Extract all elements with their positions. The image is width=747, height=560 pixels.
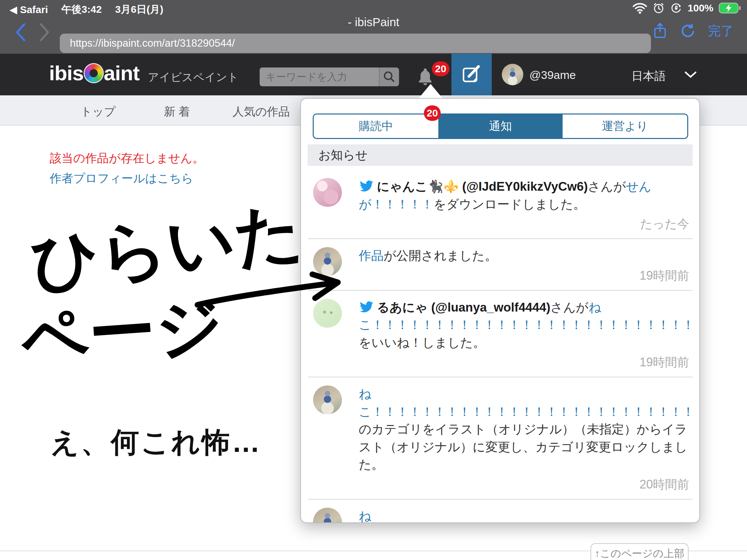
nav-item-top[interactable]: トップ [81, 104, 115, 119]
compose-button[interactable] [452, 54, 492, 95]
site-subtitle: アイビスペイント [148, 70, 238, 85]
battery-percent: 100% [688, 2, 714, 14]
notification-time: 19時間前 [359, 354, 689, 371]
search-bar [260, 68, 399, 86]
avatar[interactable] [313, 299, 342, 328]
site-header: ibis aint アイビスペイント 20 @39ame 日本語 [0, 54, 747, 95]
nav-item-new[interactable]: 新 着 [164, 104, 190, 119]
twitter-icon [359, 300, 374, 314]
clock: 午後3:42 [61, 3, 102, 17]
notification-text: にゃんこ🐈‍⬛⚜️ (@IJdEY0kikzVyCw6)さんがせんが！！！！！を… [359, 178, 689, 213]
user-avatar[interactable] [502, 64, 523, 85]
notification-time: たった今 [359, 216, 689, 232]
annotation-word1: ひらいた [28, 193, 307, 300]
work-link[interactable]: ねこ！！！！！！！！！！！！！！！！！！！！！！！！！！！ [359, 387, 700, 419]
avatar[interactable] [313, 178, 342, 207]
battery-icon [719, 3, 741, 14]
browser-back-button[interactable] [15, 23, 26, 42]
notification-post-text: が公開されました。 [384, 249, 497, 263]
annotation-word2: ページ [18, 288, 226, 376]
avatar[interactable] [313, 385, 342, 414]
notification-pre-text: さんが [550, 300, 589, 314]
back-to-top-button[interactable]: ↑このページの上部へ [591, 543, 689, 560]
notification-post-text: をいいね！しました。 [359, 336, 485, 349]
wifi-icon [633, 2, 647, 14]
username[interactable]: @39ame [529, 69, 576, 82]
notification-time: 19時間前 [359, 268, 689, 284]
safari-chrome: ◀ Safari 午後3:42 3月6日(月) 100% [0, 0, 747, 54]
notification-user: にゃんこ🐈‍⬛⚜️ (@IJdEY0kikzVyCw6) [377, 180, 588, 193]
url-bar[interactable]: https://ibispaint.com/art/318290544/ [60, 33, 651, 53]
reload-button[interactable] [679, 22, 697, 39]
annotation-comment: え、何これ怖… [50, 426, 262, 458]
panel-tabs: 購読中 通知 運営より [313, 113, 688, 139]
notification-count-badge: 20 [432, 61, 449, 76]
language-selector[interactable]: 日本語 [632, 69, 666, 84]
panel-pointer-triangle [419, 84, 442, 98]
orientation-lock-icon [670, 2, 682, 14]
notification-post-text: をダウンロードしました。 [434, 197, 586, 211]
notification-item[interactable]: ねこ！！！！！！！！！！！！！！！！！！！！！！！！！！！ [308, 500, 693, 523]
error-message: 該当の作品が存在しません。 [50, 151, 204, 166]
nav-item-popular[interactable]: 人気の作品 [232, 104, 290, 119]
browser-page-title: - ibisPaint [0, 16, 747, 29]
done-button[interactable]: 完了 [708, 23, 733, 39]
site-logo[interactable]: ibis aint [49, 61, 139, 85]
compose-icon [461, 64, 482, 85]
notification-text: 作品が公開されました。 [359, 247, 689, 265]
notification-item[interactable]: にゃんこ🐈‍⬛⚜️ (@IJdEY0kikzVyCw6)さんがせんが！！！！！を… [308, 170, 693, 239]
tab-subscribed[interactable]: 購読中 [314, 114, 438, 138]
twitter-icon [359, 179, 374, 193]
logo-color-wheel-icon [85, 64, 103, 82]
date: 3月6日(月) [115, 3, 163, 17]
notification-panel: 購読中 通知 運営より 20 お知らせ にゃんこ🐈‍⬛⚜️ (@IJdEY0ki… [300, 98, 700, 523]
chevron-down-icon[interactable] [685, 71, 697, 79]
search-button[interactable] [379, 68, 399, 86]
notification-pre-text: さんが [588, 180, 626, 193]
avatar[interactable] [313, 508, 342, 523]
notification-text: ねこ！！！！！！！！！！！！！！！！！！！！！！！！！！！ [359, 508, 689, 523]
notification-list: にゃんこ🐈‍⬛⚜️ (@IJdEY0kikzVyCw6)さんがせんが！！！！！を… [308, 170, 693, 523]
logo-text-aint: aint [104, 61, 139, 85]
back-to-app-button[interactable]: ◀ Safari [9, 4, 48, 16]
search-icon [383, 70, 396, 84]
notification-item[interactable]: 作品が公開されました。 19時間前 [308, 239, 693, 291]
notification-post-text: のカテゴリをイラスト（オリジナル）（未指定）からイラスト（オリジナル）に変更し、… [359, 422, 687, 471]
tab-notifications[interactable]: 通知 [438, 114, 563, 138]
notification-item[interactable]: るあにゃ (@luanya_wolf4444)さんがねこ！！！！！！！！！！！！… [308, 291, 693, 378]
notification-item[interactable]: ねこ！！！！！！！！！！！！！！！！！！！！！！！！！！！のカテゴリをイラスト（… [308, 377, 693, 500]
tab-official[interactable]: 運営より [563, 114, 687, 138]
subscribed-count-badge: 20 [424, 105, 441, 121]
notification-text: るあにゃ (@luanya_wolf4444)さんがねこ！！！！！！！！！！！！… [359, 299, 689, 352]
alarm-icon [653, 2, 665, 14]
section-header: お知らせ [308, 144, 693, 166]
work-link[interactable]: 作品 [359, 249, 384, 263]
author-profile-link[interactable]: 作者プロフィールはこちら [50, 170, 193, 186]
avatar[interactable] [313, 247, 342, 276]
work-link[interactable]: ねこ！！！！！！！！！！！！！！！！！！！！！！！！！！！ [359, 509, 700, 523]
statusbar-right: 100% [633, 2, 741, 14]
browser-forward-button[interactable] [39, 23, 50, 42]
notification-text: ねこ！！！！！！！！！！！！！！！！！！！！！！！！！！！のカテゴリをイラスト（… [359, 385, 689, 474]
notification-time: 20時間前 [359, 476, 689, 493]
logo-text-ibis: ibis [49, 61, 84, 85]
statusbar-left: ◀ Safari 午後3:42 3月6日(月) [9, 3, 163, 17]
share-button[interactable] [652, 22, 668, 40]
notification-user: るあにゃ (@luanya_wolf4444) [377, 300, 550, 314]
url-text: https://ibispaint.com/art/318290544/ [60, 33, 651, 53]
search-input[interactable] [260, 68, 379, 86]
